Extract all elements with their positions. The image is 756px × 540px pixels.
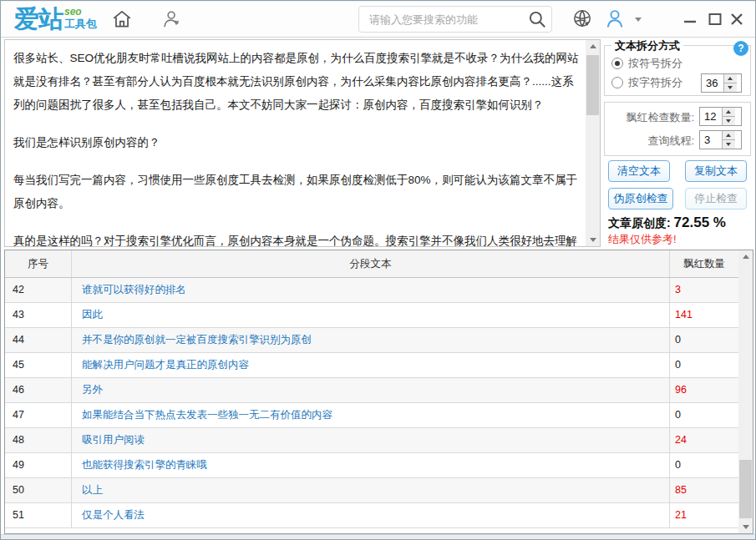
spin-buttons bbox=[722, 108, 735, 125]
spin-buttons bbox=[722, 131, 735, 149]
row-number-cell: 46 bbox=[5, 378, 72, 402]
search-box bbox=[358, 6, 552, 33]
spin-down-button[interactable] bbox=[723, 140, 735, 149]
red-check-value: 12 bbox=[700, 108, 722, 125]
red-count-cell: 0 bbox=[670, 403, 738, 427]
radio-split-by-symbol[interactable]: 按符号拆分 bbox=[611, 56, 682, 71]
segment-text-cell: 并不是你的原创就一定被百度搜索引擎识别为原创 bbox=[72, 328, 670, 352]
logo-seo-text: seo bbox=[64, 7, 97, 18]
header-no: 序号 bbox=[5, 250, 72, 277]
pseudo-original-check-button[interactable]: 伪原创检查 bbox=[608, 188, 673, 209]
segment-text-cell: 如果能结合当下热点去发表一些独一无二有价值的内容 bbox=[72, 403, 670, 427]
logo-pkg-text: 工具包 bbox=[64, 18, 97, 30]
scroll-up-arrow-icon[interactable] bbox=[738, 250, 753, 264]
spin-buttons bbox=[723, 74, 737, 92]
spin-up-button[interactable] bbox=[724, 74, 737, 83]
row-number-cell: 48 bbox=[5, 428, 72, 452]
disclaimer-text: 结果仅供参考! bbox=[608, 232, 677, 247]
table-row[interactable]: 46另外96 bbox=[5, 378, 738, 403]
row-number-cell: 47 bbox=[5, 403, 72, 427]
segments-table-body: 序号 分段文本 飘红数量 42谁就可以获得好的排名343因此14144并不是你的… bbox=[5, 250, 738, 533]
table-row[interactable]: 49也能获得搜索引擎的青睐哦0 bbox=[5, 453, 738, 478]
logo-stack: seo 工具包 bbox=[64, 7, 97, 30]
red-check-label: 飘红检查数量: bbox=[611, 110, 694, 125]
help-icon[interactable]: ? bbox=[733, 41, 748, 56]
red-count-cell: 0 bbox=[670, 453, 738, 477]
home-icon[interactable] bbox=[111, 8, 133, 30]
scroll-down-arrow-icon[interactable] bbox=[738, 520, 753, 533]
table-row[interactable]: 50以上85 bbox=[5, 478, 738, 503]
close-icon[interactable] bbox=[728, 12, 745, 27]
radio-char-label: 按字符拆分 bbox=[628, 75, 682, 90]
red-count-cell: 141 bbox=[670, 303, 738, 327]
editor-paragraph: 每当我们写完一篇内容，习惯使用一些原创度工具去检测，如果原创度检测低于80%，则… bbox=[13, 169, 581, 215]
row-number-cell: 42 bbox=[5, 278, 72, 302]
table-row[interactable]: 51仅是个人看法21 bbox=[5, 503, 738, 528]
radio-selected-icon bbox=[611, 58, 623, 69]
table-row[interactable]: 47如果能结合当下热点去发表一些独一无二有价值的内容0 bbox=[5, 403, 738, 428]
app-logo[interactable]: 爱站 seo 工具包 bbox=[14, 4, 97, 34]
red-check-spinner[interactable]: 12 bbox=[699, 107, 742, 126]
radio-unselected-icon bbox=[611, 77, 623, 88]
search-icon[interactable] bbox=[526, 8, 548, 30]
segment-text-cell: 因此 bbox=[72, 303, 670, 327]
user-icon[interactable] bbox=[604, 8, 626, 29]
spin-down-button[interactable] bbox=[723, 117, 735, 125]
red-count-cell: 96 bbox=[670, 378, 738, 402]
segments-table: 序号 分段文本 飘红数量 42谁就可以获得好的排名343因此14144并不是你的… bbox=[4, 250, 753, 534]
spin-up-button[interactable] bbox=[723, 131, 735, 140]
maximize-icon[interactable] bbox=[707, 12, 723, 27]
table-row[interactable]: 42谁就可以获得好的排名3 bbox=[5, 278, 738, 303]
table-row[interactable]: 45能解决用户问题才是真正的原创内容0 bbox=[5, 353, 738, 378]
stop-check-button[interactable]: 停止检查 bbox=[685, 188, 747, 209]
row-number-cell: 43 bbox=[5, 303, 72, 327]
table-rows: 42谁就可以获得好的排名343因此14144并不是你的原创就一定被百度搜索引擎识… bbox=[5, 278, 738, 528]
window-bottom-frame bbox=[1, 534, 755, 539]
table-scrollbar-thumb[interactable] bbox=[739, 460, 752, 518]
header-text: 分段文本 bbox=[72, 250, 670, 277]
search-input[interactable] bbox=[359, 13, 526, 26]
table-row[interactable]: 44并不是你的原创就一定被百度搜索引擎识别为原创0 bbox=[5, 328, 738, 353]
char-count-value: 36 bbox=[702, 74, 723, 92]
editor-scrollbar-thumb[interactable] bbox=[586, 55, 599, 115]
scroll-up-arrow-icon[interactable] bbox=[586, 40, 600, 53]
table-row[interactable]: 43因此141 bbox=[5, 303, 738, 328]
segment-text-cell: 也能获得搜索引擎的青睐哦 bbox=[72, 453, 670, 477]
thread-value: 3 bbox=[700, 131, 722, 149]
row-number-cell: 50 bbox=[5, 478, 72, 502]
segment-text-cell: 能解决用户问题才是真正的原创内容 bbox=[72, 353, 670, 377]
table-header-row: 序号 分段文本 飘红数量 bbox=[5, 250, 738, 278]
char-count-spinner[interactable]: 36 bbox=[701, 73, 742, 93]
spin-up-button[interactable] bbox=[723, 108, 735, 117]
chevron-down-icon[interactable] bbox=[635, 18, 642, 22]
red-count-cell: 3 bbox=[670, 278, 738, 302]
table-row[interactable]: 48吸引用户阅读24 bbox=[5, 428, 738, 453]
red-count-cell: 0 bbox=[670, 353, 738, 377]
segment-text-cell: 仅是个人看法 bbox=[72, 503, 670, 527]
row-number-cell: 44 bbox=[5, 328, 72, 352]
article-textarea[interactable]: 很多站长、SEO优化朋友时常吐槽说我网站上的内容都是原创，为什么百度搜索引擎就是… bbox=[4, 39, 601, 247]
segment-text-cell: 谁就可以获得好的排名 bbox=[72, 278, 670, 302]
logo-main-text: 爱站 bbox=[14, 4, 63, 34]
thread-label: 查询线程: bbox=[611, 134, 694, 149]
globe-tools-icon[interactable] bbox=[571, 8, 593, 29]
clear-text-button[interactable]: 清空文本 bbox=[608, 160, 670, 182]
account-key-icon[interactable] bbox=[160, 8, 181, 30]
radio-split-by-char[interactable]: 按字符拆分 bbox=[611, 75, 682, 90]
spin-down-button[interactable] bbox=[724, 83, 737, 92]
table-scrollbar[interactable] bbox=[738, 250, 753, 533]
toolbar: 爱站 seo 工具包 bbox=[1, 1, 755, 38]
copy-text-button[interactable]: 复制文本 bbox=[685, 160, 747, 182]
editor-scrollbar[interactable] bbox=[586, 40, 600, 246]
row-number-cell: 45 bbox=[5, 353, 72, 377]
editor-paragraph: 很多站长、SEO优化朋友时常吐槽说我网站上的内容都是原创，为什么百度搜索引擎就是… bbox=[13, 47, 581, 117]
header-count: 飘红数量 bbox=[670, 250, 738, 277]
thread-spinner[interactable]: 3 bbox=[699, 130, 742, 149]
segment-text-cell: 吸引用户阅读 bbox=[72, 428, 670, 452]
segment-text-cell: 以上 bbox=[72, 478, 670, 502]
minimize-icon[interactable] bbox=[682, 12, 698, 27]
red-count-cell: 24 bbox=[670, 428, 738, 452]
scroll-down-arrow-icon[interactable] bbox=[586, 233, 600, 246]
segment-text-cell: 另外 bbox=[72, 378, 670, 402]
red-count-cell: 85 bbox=[670, 478, 738, 502]
